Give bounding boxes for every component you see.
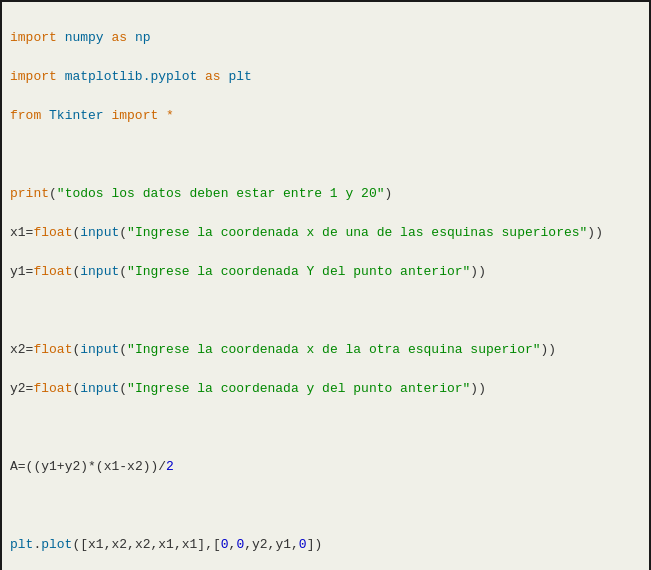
line-6: x1=float(input("Ingrese la coordenada x … (10, 223, 641, 243)
line-5: print("todos los datos deben estar entre… (10, 184, 641, 204)
code-editor[interactable]: import numpy as np import matplotlib.pyp… (0, 0, 651, 570)
line-10: y2=float(input("Ingrese la coordenada y … (10, 379, 641, 399)
line-8 (10, 301, 641, 321)
line-14: plt.plot([x1,x2,x2,x1,x1],[0,0,y2,y1,0]) (10, 535, 641, 555)
line-1: import numpy as np (10, 28, 641, 48)
line-4 (10, 145, 641, 165)
line-11 (10, 418, 641, 438)
line-2: import matplotlib.pyplot as plt (10, 67, 641, 87)
line-12: A=((y1+y2)*(x1-x2))/2 (10, 457, 641, 477)
line-13 (10, 496, 641, 516)
line-7: y1=float(input("Ingrese la coordenada Y … (10, 262, 641, 282)
line-9: x2=float(input("Ingrese la coordenada x … (10, 340, 641, 360)
line-3: from Tkinter import * (10, 106, 641, 126)
